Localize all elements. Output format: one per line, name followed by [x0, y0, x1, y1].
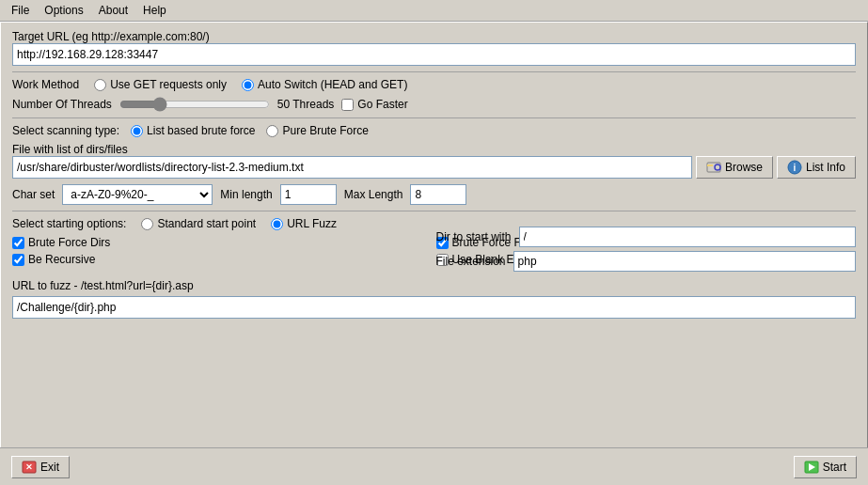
threads-display: 50 Threads [277, 98, 335, 111]
file-list-label: File with list of dirs/files [12, 143, 856, 156]
file-ext-input[interactable] [513, 251, 856, 272]
work-method-auto-option[interactable]: Auto Switch (HEAD and GET) [242, 78, 407, 91]
charset-row: Char set a-zA-Z0-9%20-_ Min length Max L… [12, 184, 856, 205]
work-method-auto-radio[interactable] [242, 79, 254, 91]
browse-icon [706, 160, 721, 175]
scan-brute-label: Pure Brute Force [282, 124, 368, 137]
target-url-label: Target URL (eg http://example.com:80/) [12, 30, 856, 43]
dir-start-field-row: Dir to start with [436, 227, 857, 247]
scan-brute-option[interactable]: Pure Brute Force [266, 124, 368, 137]
work-method-row: Work Method Use GET requests only Auto S… [12, 78, 856, 91]
url-fuzz-desc-label: URL to fuzz - /test.html?url={dir}.asp [12, 279, 194, 292]
divider-2 [12, 117, 856, 118]
work-method-get-radio[interactable] [94, 79, 106, 91]
url-fuzz-section: URL to fuzz - /test.html?url={dir}.asp [12, 279, 856, 319]
bottom-bar: ✕ Exit Start [0, 447, 868, 485]
work-method-get-label: Use GET requests only [110, 78, 227, 91]
start-button[interactable]: Start [794, 456, 857, 478]
charset-select[interactable]: a-zA-Z0-9%20-_ [62, 184, 213, 205]
divider-3 [12, 211, 856, 211]
menubar: File Options About Help [0, 0, 868, 22]
start-label: Start [823, 461, 846, 474]
go-faster-checkbox[interactable] [341, 99, 354, 111]
divider-1 [12, 71, 856, 72]
menu-file[interactable]: File [4, 2, 37, 19]
file-list-section: File with list of dirs/files Browse [12, 143, 856, 179]
max-length-input[interactable] [410, 184, 466, 205]
main-panel: Target URL (eg http://example.com:80/) W… [0, 22, 868, 469]
threads-section: Number Of Threads 50 Threads Go Faster [12, 97, 856, 112]
threads-slider[interactable] [119, 97, 270, 112]
menu-about[interactable]: About [91, 2, 135, 19]
svg-text:i: i [794, 163, 797, 173]
browse-button[interactable]: Browse [696, 156, 773, 179]
file-ext-field-row: File extension [436, 251, 857, 272]
list-info-button[interactable]: i List Info [777, 156, 856, 179]
dir-start-label: Dir to start with [436, 230, 512, 243]
svg-line-3 [719, 169, 720, 170]
browse-label: Browse [725, 161, 763, 174]
menu-help[interactable]: Help [135, 2, 174, 19]
file-ext-label: File extension [436, 255, 506, 268]
min-length-label: Min length [220, 188, 272, 201]
scan-brute-radio[interactable] [266, 125, 278, 137]
scanning-type-section: Select scanning type: List based brute f… [12, 124, 856, 137]
list-info-label: List Info [806, 161, 845, 174]
work-method-get-option[interactable]: Use GET requests only [94, 78, 227, 91]
list-info-icon: i [787, 160, 802, 175]
target-url-input[interactable] [12, 43, 856, 66]
start-icon [804, 460, 819, 475]
scan-type-row: Select scanning type: List based brute f… [12, 124, 856, 137]
work-method-section: Work Method Use GET requests only Auto S… [12, 78, 856, 91]
svg-rect-1 [707, 164, 713, 166]
exit-button[interactable]: ✕ Exit [11, 456, 70, 478]
threads-row: Number Of Threads 50 Threads Go Faster [12, 97, 856, 112]
min-length-input[interactable] [280, 184, 337, 205]
file-list-input[interactable] [12, 156, 692, 179]
threads-label: Number Of Threads [12, 98, 112, 111]
scan-list-radio[interactable] [131, 125, 143, 137]
scan-list-label: List based brute force [147, 124, 255, 137]
exit-label: Exit [40, 461, 59, 474]
go-faster-option[interactable]: Go Faster [341, 98, 407, 111]
svg-text:✕: ✕ [25, 462, 33, 472]
work-method-label: Work Method [12, 78, 79, 91]
right-options-area: Dir to start with File extension [12, 227, 856, 272]
target-url-section: Target URL (eg http://example.com:80/) [12, 30, 856, 66]
charset-section: Char set a-zA-Z0-9%20-_ Min length Max L… [12, 184, 856, 205]
scan-type-label: Select scanning type: [12, 124, 119, 137]
go-faster-label: Go Faster [357, 98, 407, 111]
file-row: Browse i List Info [12, 156, 856, 179]
charset-label: Char set [12, 188, 55, 201]
menu-options[interactable]: Options [37, 2, 90, 19]
right-fields-col: Dir to start with File extension [436, 227, 857, 272]
spacer-left [12, 227, 433, 272]
scan-list-option[interactable]: List based brute force [131, 124, 255, 137]
url-fuzz-input[interactable] [12, 296, 856, 319]
work-method-auto-label: Auto Switch (HEAD and GET) [258, 78, 407, 91]
max-length-label: Max Length [344, 188, 403, 201]
dir-start-input[interactable] [519, 227, 856, 247]
exit-icon: ✕ [22, 460, 37, 475]
